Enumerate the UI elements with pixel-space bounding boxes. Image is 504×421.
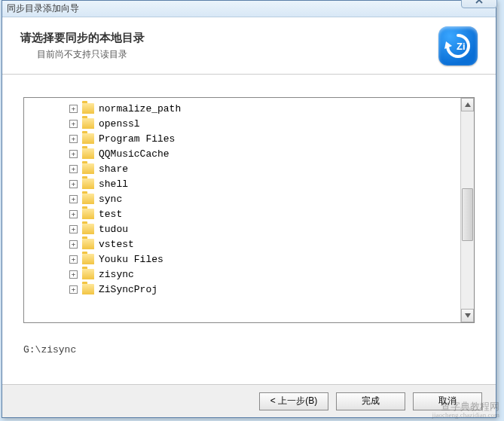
button-bar: < 上一步(B) 完成 取消: [2, 384, 496, 417]
tree-item[interactable]: +normalize_path: [24, 101, 460, 116]
chevron-up-icon: [465, 102, 471, 107]
tree-item[interactable]: +sync: [24, 191, 460, 206]
tree-item[interactable]: +ZiSyncProj: [24, 282, 460, 297]
close-button[interactable]: [461, 0, 497, 8]
folder-icon: [82, 284, 94, 294]
folder-icon: [82, 148, 94, 159]
scroll-thumb[interactable]: [462, 188, 473, 241]
folder-icon: [82, 178, 94, 189]
expand-icon[interactable]: +: [69, 270, 78, 279]
tree-item-label: Youku Files: [99, 254, 163, 265]
app-logo: Zi: [438, 26, 478, 66]
tree-item[interactable]: +openssl: [24, 116, 460, 131]
expand-icon[interactable]: +: [69, 105, 78, 113]
content-area: +normalize_path+openssl+Program Files+QQ…: [2, 75, 496, 384]
tree-item[interactable]: +test: [24, 206, 460, 221]
header-text: 请选择要同步的本地目录 目前尚不支持只读目录: [20, 31, 145, 61]
header-title: 请选择要同步的本地目录: [20, 31, 145, 45]
tree-item[interactable]: +zisync: [24, 267, 460, 282]
tree-item-label: zisync: [99, 269, 134, 280]
expand-icon[interactable]: +: [69, 210, 78, 218]
folder-icon: [82, 239, 94, 249]
scroll-up-button[interactable]: [461, 98, 474, 111]
wizard-header: 请选择要同步的本地目录 目前尚不支持只读目录 Zi: [2, 17, 496, 75]
svg-marker-2: [465, 102, 471, 107]
chevron-down-icon: [465, 313, 471, 318]
cancel-button[interactable]: 取消: [413, 392, 482, 410]
expand-icon[interactable]: +: [69, 255, 78, 264]
tree-item[interactable]: +tudou: [24, 221, 460, 236]
selected-path: G:\zisync: [23, 344, 475, 355]
header-subtitle: 目前尚不支持只读目录: [20, 48, 145, 61]
expand-icon[interactable]: +: [69, 120, 78, 128]
tree-item-label: Program Files: [99, 133, 175, 145]
tree-item-label: test: [99, 209, 122, 220]
wizard-window: 同步目录添加向导 请选择要同步的本地目录 目前尚不支持只读目录 Zi +norm…: [2, 0, 496, 418]
zisync-logo-icon: Zi: [443, 31, 473, 61]
expand-icon[interactable]: +: [69, 240, 78, 249]
tree-item-label: tudou: [99, 224, 128, 235]
tree-item-label: openssl: [99, 118, 140, 130]
tree-item[interactable]: +Youku Files: [24, 252, 460, 267]
titlebar: 同步目录添加向导: [2, 1, 496, 17]
tree-item-label: shell: [99, 178, 128, 190]
close-icon: [475, 0, 484, 4]
folder-tree-panel: +normalize_path+openssl+Program Files+QQ…: [23, 97, 475, 323]
tree-item[interactable]: +vstest: [24, 236, 460, 252]
expand-icon[interactable]: +: [69, 285, 78, 294]
svg-marker-3: [465, 313, 471, 318]
folder-icon: [82, 269, 94, 279]
folder-icon: [82, 133, 94, 144]
scroll-down-button[interactable]: [461, 309, 474, 322]
expand-icon[interactable]: +: [69, 195, 78, 203]
folder-icon: [82, 254, 94, 264]
folder-tree[interactable]: +normalize_path+openssl+Program Files+QQ…: [24, 98, 460, 322]
window-title: 同步目录添加向导: [7, 2, 79, 15]
folder-icon: [82, 194, 94, 204]
expand-icon[interactable]: +: [69, 135, 78, 143]
folder-icon: [82, 163, 94, 174]
tree-item-label: sync: [99, 194, 122, 205]
tree-item-label: share: [99, 163, 128, 175]
folder-icon: [82, 103, 94, 114]
tree-item[interactable]: +shell: [24, 176, 460, 191]
expand-icon[interactable]: +: [69, 165, 78, 173]
folder-icon: [82, 118, 94, 129]
expand-icon[interactable]: +: [69, 150, 78, 158]
back-button[interactable]: < 上一步(B): [259, 392, 328, 410]
expand-icon[interactable]: +: [69, 225, 78, 233]
folder-icon: [82, 224, 94, 234]
tree-item-label: normalize_path: [99, 103, 181, 114]
folder-icon: [82, 209, 94, 219]
expand-icon[interactable]: +: [69, 180, 78, 188]
svg-text:Zi: Zi: [457, 41, 466, 52]
tree-item[interactable]: +share: [24, 161, 460, 176]
finish-button[interactable]: 完成: [336, 392, 405, 410]
tree-item-label: ZiSyncProj: [99, 284, 157, 295]
tree-item-label: QQMusicCache: [99, 148, 170, 160]
tree-item[interactable]: +Program Files: [24, 131, 460, 146]
tree-item-label: vstest: [99, 239, 134, 250]
scrollbar[interactable]: [460, 98, 474, 322]
tree-item[interactable]: +QQMusicCache: [24, 146, 460, 161]
